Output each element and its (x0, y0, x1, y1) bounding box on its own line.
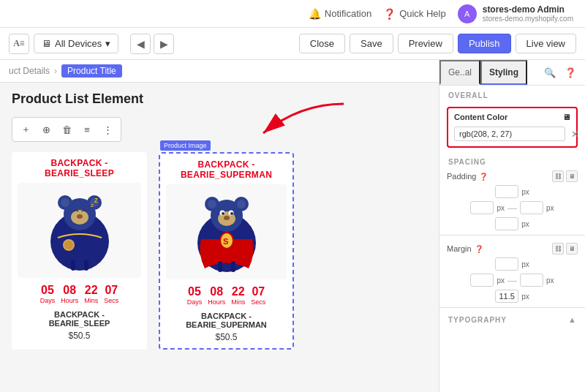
toolbar-center: ◀ ▶ (130, 34, 174, 54)
product-name-2: BACKPACK - BEARIE_SUPERMAN (166, 159, 287, 180)
padding-device-icon[interactable]: 🖥 (566, 170, 578, 182)
copy-icon: ⊕ (42, 124, 50, 135)
publish-button[interactable]: Publish (458, 34, 511, 53)
svg-point-18 (208, 200, 216, 208)
margin-left-input[interactable] (470, 274, 494, 287)
avatar: A (458, 4, 477, 23)
typography-label: TYPOGRAPHY (448, 316, 507, 324)
margin-device-icon[interactable]: 🖥 (566, 243, 578, 255)
breadcrumb: uct Details › Product Title (0, 60, 439, 83)
quick-help-label: Quick Help (399, 8, 446, 19)
margin-top-input[interactable] (495, 257, 518, 271)
typography-header[interactable]: TYPOGRAPHY ▲ (439, 311, 585, 328)
notification-label: Notification (325, 8, 371, 19)
user-menu[interactable]: A stores-demo Admin stores-demo.myshopif… (458, 4, 573, 23)
user-store: stores-demo.myshopify.com (483, 15, 573, 23)
padding-link-icon[interactable]: ⛓ (552, 170, 564, 182)
breadcrumb-parent: uct Details (9, 66, 50, 76)
trash-icon: 🗑 (62, 124, 72, 135)
user-name: stores-demo Admin (483, 4, 573, 15)
divider-2 (439, 307, 585, 308)
padding-top-input[interactable] (495, 185, 518, 198)
close-button[interactable]: Close (299, 34, 345, 53)
product-card[interactable]: BACKPACK - BEARIE_SLEEP (12, 152, 147, 350)
monitor-small-icon: 🖥 (562, 113, 570, 121)
add-element-button[interactable]: ＋ (17, 121, 34, 138)
margin-sides-row: px — px (439, 272, 585, 288)
margin-link-icon[interactable]: ⛓ (552, 243, 564, 255)
top-nav: 🔔 Notification ❓ Quick Help A stores-dem… (0, 0, 585, 28)
text-format-button[interactable]: A≡ (9, 34, 29, 54)
products-grid: BACKPACK - BEARIE_SLEEP (12, 149, 427, 350)
monitor-icon: 🖥 (42, 38, 51, 49)
redo-button[interactable]: ▶ (154, 34, 174, 54)
padding-bottom-row: px (439, 216, 585, 232)
preview-button[interactable]: Preview (398, 34, 453, 53)
svg-point-4 (61, 198, 69, 207)
padding-sides-row: px — px (439, 200, 585, 216)
padding-icon-group: ⛓ 🖥 (552, 170, 578, 182)
product-title-1: BACKPACK -BEARIE_SLEEP (18, 310, 141, 328)
padding-bottom-input[interactable] (495, 217, 518, 230)
padding-right-input[interactable] (520, 201, 543, 214)
layout-button[interactable]: ≡ (78, 121, 96, 138)
divider-1 (439, 235, 585, 235)
product-svg-2: S (183, 188, 271, 276)
margin-help-icon[interactable]: ❓ (475, 245, 483, 253)
margin-bottom-input[interactable] (495, 290, 518, 303)
padding-help-icon[interactable]: ❓ (479, 173, 488, 181)
search-icon-button[interactable]: 🔍 (541, 64, 559, 81)
breadcrumb-separator: › (54, 66, 57, 76)
copy-button[interactable]: ⊕ (37, 121, 55, 138)
svg-rect-13 (84, 260, 88, 271)
countdown-hours-2: 08 Hours (208, 285, 225, 306)
live-view-button[interactable]: Live view (516, 34, 576, 53)
svg-text:z: z (91, 202, 94, 208)
product-card-selected[interactable]: Product Image BACKPACK - BEARIE_SUPERMAN (159, 152, 294, 350)
svg-point-25 (224, 216, 230, 220)
delete-button[interactable]: 🗑 (58, 121, 75, 138)
tab-styling[interactable]: Styling (480, 60, 527, 85)
svg-text:S: S (223, 237, 228, 246)
countdown-secs-1: 07 Secs (104, 284, 118, 304)
help-icon: ❓ (383, 8, 396, 20)
clear-color-button[interactable]: ✕ (570, 129, 581, 140)
toolbar-right: Close Save Preview Publish Live view (299, 34, 576, 53)
quick-help-button[interactable]: ❓ Quick Help (383, 8, 446, 20)
product-canvas: Product List Element ＋ ⊕ 🗑 ≡ ⋮ (0, 83, 439, 391)
color-value-input[interactable] (454, 127, 565, 141)
product-image-label: Product Image (160, 140, 211, 151)
padding-left-input[interactable] (470, 201, 494, 214)
breadcrumb-current[interactable]: Product Title (61, 64, 122, 78)
user-initials: A (464, 10, 469, 18)
product-image-1: z z (18, 183, 141, 278)
margin-icon-group: ⛓ 🖥 (552, 243, 578, 255)
section-spacing-label: SPACING (439, 152, 585, 169)
svg-rect-30 (231, 261, 235, 272)
product-price-2: $50.5 (166, 332, 287, 342)
more-button[interactable]: ⋮ (99, 121, 116, 138)
svg-point-24 (230, 212, 233, 215)
notification-button[interactable]: 🔔 Notification (309, 8, 371, 20)
countdown-secs-2: 07 Secs (251, 285, 265, 306)
more-icon: ⋮ (103, 124, 113, 135)
svg-point-11 (64, 241, 73, 249)
product-title-2: BACKPACK -BEARIE_SUPERMAN (166, 312, 287, 329)
undo-button[interactable]: ◀ (130, 34, 151, 54)
content-color-section: Content Color 🖥 ✕ (447, 107, 578, 148)
float-toolbar: ＋ ⊕ 🗑 ≡ ⋮ (12, 117, 121, 142)
save-button[interactable]: Save (350, 34, 393, 53)
countdown-2: 05 Days 08 Hours 22 Mins 07 (166, 285, 287, 306)
help-panel-icon-button[interactable]: ❓ (562, 64, 579, 81)
color-input-row: ✕ (454, 126, 570, 142)
plus-icon: ＋ (21, 123, 31, 136)
devices-dropdown[interactable]: 🖥 All Devices ▾ (34, 34, 118, 53)
product-image-2: S (166, 184, 287, 279)
svg-text:z: z (94, 196, 98, 204)
margin-label: Margin (447, 244, 472, 253)
product-name-1: BACKPACK - BEARIE_SLEEP (18, 158, 141, 178)
bell-icon: 🔔 (309, 8, 321, 20)
product-svg-1: z z (36, 186, 124, 274)
margin-right-input[interactable] (520, 274, 543, 287)
tab-general[interactable]: Ge..al (439, 60, 480, 85)
